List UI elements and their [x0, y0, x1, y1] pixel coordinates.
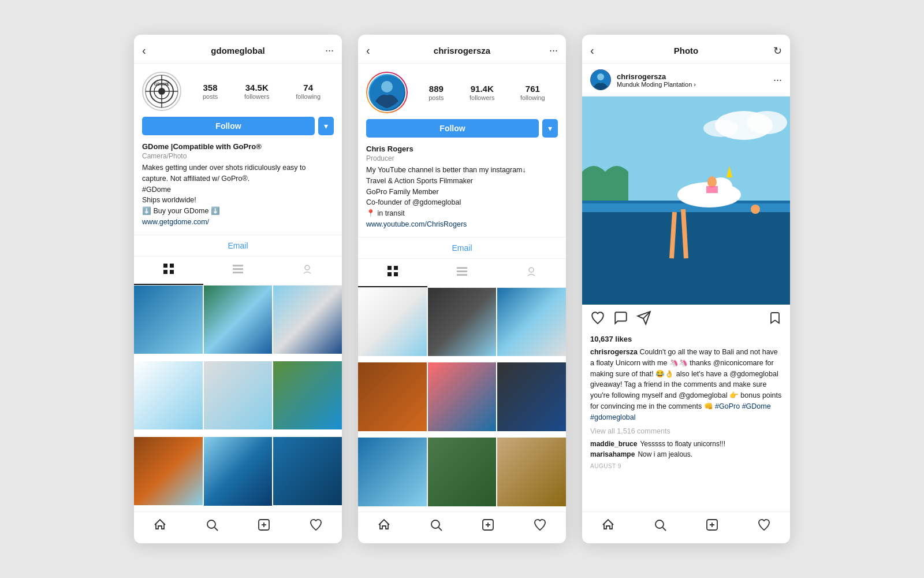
svg-rect-9: [163, 270, 167, 274]
post-date: AUGUST 9: [582, 460, 790, 472]
tab-grid[interactable]: [134, 257, 203, 285]
post-user-info: chrisrogersza Munduk Moding Plantation ›: [617, 72, 773, 88]
post-location[interactable]: Munduk Moding Plantation ›: [617, 81, 773, 88]
grid-cell[interactable]: [497, 362, 566, 431]
bookmark-button[interactable]: [768, 311, 782, 328]
posts-value: 358: [203, 83, 218, 92]
add-nav[interactable]: [257, 518, 271, 535]
grid-cell[interactable]: [273, 286, 342, 354]
refresh-button[interactable]: ↻: [766, 45, 782, 57]
phone-3-photo-detail: ‹ Photo ↻ chrisrogersza Munduk Moding Pl…: [582, 35, 790, 543]
svg-point-36: [597, 73, 604, 80]
bottom-nav: [134, 512, 342, 543]
grid-cell[interactable]: [428, 438, 497, 506]
bottom-nav: [582, 512, 790, 543]
tabs-row: [134, 257, 342, 286]
post-more-button[interactable]: ···: [773, 74, 782, 86]
svg-point-15: [207, 520, 215, 528]
profile-category: Producer: [366, 154, 558, 162]
share-button[interactable]: [636, 310, 651, 329]
svg-rect-27: [457, 271, 467, 272]
grid-cell[interactable]: [134, 286, 203, 354]
grid-cell[interactable]: [428, 288, 497, 357]
svg-rect-22: [388, 266, 392, 270]
heart-nav[interactable]: [533, 518, 547, 535]
back-button[interactable]: ‹: [590, 44, 606, 57]
photo-grid: [358, 288, 566, 512]
follow-button[interactable]: Follow: [366, 119, 539, 138]
svg-rect-13: [233, 272, 243, 273]
svg-point-14: [305, 265, 310, 270]
add-nav[interactable]: [481, 518, 495, 535]
home-nav[interactable]: [153, 518, 167, 535]
grid-cell[interactable]: [428, 362, 497, 431]
follow-button[interactable]: Follow: [142, 117, 315, 135]
grid-cell[interactable]: [273, 361, 342, 430]
tab-tagged[interactable]: [273, 257, 342, 285]
tab-tagged[interactable]: [497, 259, 566, 287]
tab-list[interactable]: [203, 257, 273, 285]
svg-line-49: [672, 212, 675, 258]
phone-1-gdomeglobal: ‹ gdomeglobal ··· GDOME 358 posts: [134, 35, 342, 543]
follow-dropdown-button[interactable]: ▾: [318, 117, 334, 135]
phone3-header: ‹ Photo ↻: [582, 35, 790, 64]
following-label: following: [520, 94, 545, 101]
svg-rect-10: [170, 270, 174, 274]
following-label: following: [296, 93, 321, 100]
profile-link[interactable]: www.getgdome.com/: [142, 218, 209, 226]
search-nav[interactable]: [429, 518, 443, 535]
profile-name: Chris Rogers: [366, 144, 558, 153]
home-nav[interactable]: [601, 518, 615, 535]
email-button[interactable]: Email: [134, 235, 342, 257]
grid-cell[interactable]: [358, 438, 427, 506]
email-button[interactable]: Email: [358, 237, 566, 259]
followers-label: followers: [244, 93, 269, 100]
search-nav[interactable]: [205, 518, 219, 535]
post-photo[interactable]: [582, 97, 790, 305]
svg-rect-25: [394, 272, 398, 276]
grid-cell[interactable]: [204, 361, 273, 430]
back-button[interactable]: ‹: [366, 44, 382, 57]
action-left-group: [590, 310, 651, 329]
phones-container: ‹ gdomeglobal ··· GDOME 358 posts: [134, 12, 790, 566]
follow-dropdown-button[interactable]: ▾: [542, 119, 558, 138]
profile-name: GDome |Compatible with GoPro®: [142, 142, 334, 151]
grid-cell[interactable]: [134, 437, 203, 506]
svg-rect-12: [233, 268, 243, 270]
comment1-text: Yesssss to floaty unicorns!!!: [640, 440, 725, 448]
following-value: 74: [303, 83, 313, 92]
view-comments-button[interactable]: View all 1,516 comments: [582, 427, 790, 439]
svg-point-54: [655, 520, 664, 528]
grid-cell[interactable]: [497, 438, 566, 506]
profile-link[interactable]: www.youtube.com/ChrisRogers: [366, 220, 467, 228]
svg-rect-7: [163, 264, 167, 268]
grid-cell[interactable]: [358, 362, 427, 431]
grid-cell[interactable]: [204, 437, 273, 506]
add-nav[interactable]: [705, 518, 719, 535]
avatar: GDOME: [142, 72, 181, 111]
home-nav[interactable]: [377, 518, 391, 535]
like-button[interactable]: [590, 310, 605, 329]
heart-nav[interactable]: [757, 518, 771, 535]
heart-nav[interactable]: [309, 518, 323, 535]
tab-list[interactable]: [427, 259, 497, 287]
grid-cell[interactable]: [204, 286, 273, 354]
svg-rect-28: [457, 274, 467, 276]
search-nav[interactable]: [653, 518, 667, 535]
grid-cell[interactable]: [358, 288, 427, 357]
grid-cell[interactable]: [273, 437, 342, 506]
more-button[interactable]: ···: [542, 45, 558, 57]
comment-button[interactable]: [613, 310, 628, 329]
grid-cell[interactable]: [134, 361, 203, 430]
back-button[interactable]: ‹: [142, 44, 158, 57]
followers-value: 34.5K: [245, 83, 269, 92]
tab-grid[interactable]: [358, 259, 427, 287]
comment-row: maddie_bruce Yesssss to floaty unicorns!…: [582, 439, 790, 449]
more-button[interactable]: ···: [318, 45, 334, 57]
profile-desc: My YouTube channel is better than my ins…: [366, 165, 558, 230]
svg-point-29: [529, 268, 534, 272]
avatar: [366, 72, 408, 113]
grid-cell[interactable]: [497, 288, 566, 357]
phone1-profile-top: GDOME 358 posts 34.5K followers 74 follo…: [134, 64, 342, 117]
bio-section: Chris Rogers Producer My YouTube channel…: [358, 144, 566, 237]
